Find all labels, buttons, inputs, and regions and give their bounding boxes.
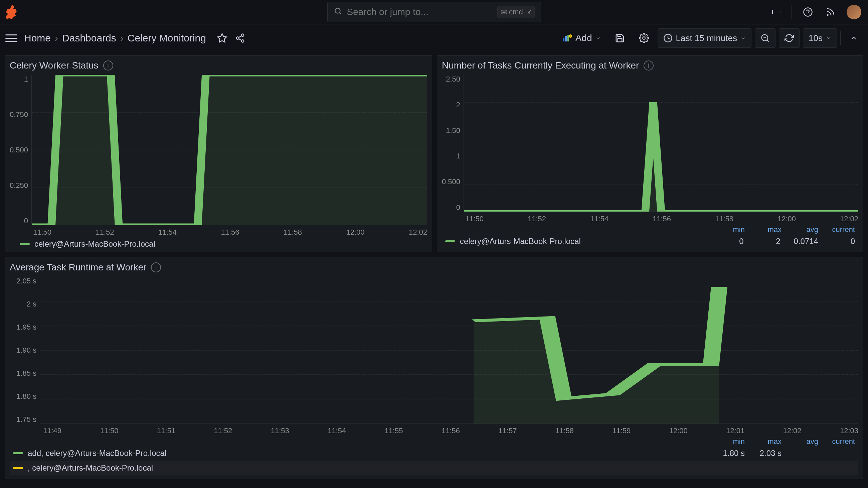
svg-point-1 <box>335 8 340 13</box>
zoom-out-icon <box>761 33 770 43</box>
legend-label: celery@Arturs-MacBook-Pro.local <box>460 237 716 246</box>
svg-line-19 <box>239 36 242 37</box>
keyboard-icon <box>501 10 507 15</box>
search-shortcut-badge: cmd+k <box>497 6 534 18</box>
svg-rect-7 <box>505 11 506 12</box>
settings-button[interactable] <box>633 28 654 48</box>
svg-point-13 <box>827 15 828 16</box>
legend: celery@Arturs-MacBook-Pro.local <box>10 239 427 249</box>
info-icon[interactable]: i <box>644 60 654 70</box>
svg-rect-21 <box>565 36 567 41</box>
search-icon <box>334 7 342 18</box>
refresh-interval-label: 10s <box>809 33 823 44</box>
x-axis: 11:50 11:52 11:54 11:56 11:58 12:00 12:0… <box>465 212 858 223</box>
panel-worker-status[interactable]: Celery Worker Status i 1 0.750 0.500 0.2… <box>5 55 432 252</box>
divider <box>840 31 841 45</box>
svg-line-18 <box>239 39 242 40</box>
zoom-out-button[interactable] <box>755 28 775 48</box>
y-axis: 2.05 s 2 s 1.95 s 1.90 s 1.85 s 1.80 s 1… <box>10 277 40 424</box>
panel-tasks-executing[interactable]: Number of Tasks Currently Executing at W… <box>437 55 863 252</box>
panel-avg-runtime[interactable]: Average Task Runtime at Worker i 2.05 s … <box>5 257 863 479</box>
collapse-button[interactable] <box>844 28 863 48</box>
top-bar: cmd+k <box>0 0 868 24</box>
svg-point-17 <box>242 40 244 42</box>
refresh-button[interactable] <box>779 28 800 48</box>
breadcrumb-home[interactable]: Home <box>24 32 51 44</box>
chart-plot <box>40 277 858 424</box>
chart-plot <box>31 75 427 225</box>
chevron-right-icon: › <box>55 32 58 44</box>
legend-swatch <box>13 452 23 454</box>
svg-point-15 <box>242 34 244 37</box>
y-axis: 1 0.750 0.500 0.250 0 <box>10 75 31 225</box>
help-icon <box>803 7 813 17</box>
chevron-down-icon <box>778 10 782 15</box>
chevron-down-icon <box>826 35 831 41</box>
chevron-right-icon: › <box>120 32 124 44</box>
global-search[interactable]: cmd+k <box>327 2 541 22</box>
dashboard-toolbar: Home › Dashboards › Celery Monitoring + … <box>0 24 868 52</box>
panel-title: Number of Tasks Currently Executing at W… <box>442 60 639 71</box>
legend-row[interactable]: , celery@Arturs-MacBook-Pro.local <box>10 461 858 475</box>
share-button[interactable] <box>234 31 247 45</box>
legend-stats-header: min max avg current <box>442 225 858 234</box>
share-icon <box>235 33 245 43</box>
create-button[interactable] <box>769 5 782 19</box>
star-icon <box>217 33 227 44</box>
legend-row[interactable]: add, celery@Arturs-MacBook-Pro.local 1.8… <box>10 446 858 461</box>
svg-text:+: + <box>569 34 571 38</box>
search-input[interactable] <box>347 7 493 18</box>
divider <box>792 5 792 19</box>
legend-swatch <box>20 243 30 245</box>
svg-line-28 <box>767 40 769 41</box>
legend-label: , celery@Arturs-MacBook-Pro.local <box>28 463 717 472</box>
legend-label: add, celery@Arturs-MacBook-Pro.local <box>28 449 717 458</box>
svg-point-25 <box>643 37 645 39</box>
info-icon[interactable]: i <box>151 262 161 272</box>
chart-plot <box>464 75 858 212</box>
bar-chart-icon: + <box>562 34 572 42</box>
time-range-button[interactable]: Last 15 minutes <box>658 28 752 48</box>
svg-rect-5 <box>503 11 504 12</box>
breadcrumb-current: Celery Monitoring <box>128 32 206 44</box>
svg-rect-3 <box>501 10 507 14</box>
rss-icon <box>826 7 836 17</box>
help-button[interactable] <box>801 5 814 19</box>
svg-rect-8 <box>503 12 506 13</box>
add-panel-button[interactable]: + Add <box>557 28 606 48</box>
plus-icon <box>769 8 776 17</box>
info-icon[interactable]: i <box>103 60 113 70</box>
legend-label[interactable]: celery@Arturs-MacBook-Pro.local <box>34 239 155 249</box>
add-label: Add <box>576 33 592 44</box>
panel-title: Celery Worker Status <box>10 60 98 71</box>
star-button[interactable] <box>215 31 229 45</box>
chevron-up-icon <box>849 34 858 42</box>
legend-swatch <box>445 240 455 242</box>
legend-swatch <box>13 467 23 469</box>
legend-stats-header: min max avg current <box>10 437 858 446</box>
save-icon <box>615 33 625 43</box>
x-axis: 11:49 11:50 11:51 11:52 11:53 11:54 11:5… <box>43 424 858 435</box>
menu-toggle-button[interactable] <box>3 30 19 46</box>
user-avatar[interactable] <box>847 5 861 19</box>
shortcut-text: cmd+k <box>509 8 531 17</box>
chevron-down-icon <box>740 35 746 41</box>
svg-line-2 <box>340 13 341 15</box>
refresh-interval-button[interactable]: 10s <box>803 28 837 48</box>
dashboard-panels: Celery Worker Status i 1 0.750 0.500 0.2… <box>0 52 868 482</box>
save-button[interactable] <box>610 28 630 48</box>
time-range-label: Last 15 minutes <box>676 33 737 44</box>
refresh-icon <box>784 33 794 43</box>
x-axis: 11:50 11:52 11:54 11:56 11:58 12:00 12:0… <box>33 225 427 237</box>
chevron-down-icon <box>595 35 601 41</box>
gear-icon <box>639 33 649 43</box>
news-button[interactable] <box>824 5 837 19</box>
clock-icon <box>663 33 673 43</box>
panel-title: Average Task Runtime at Worker <box>10 262 146 273</box>
grafana-logo-icon[interactable] <box>4 4 20 20</box>
breadcrumb: Home › Dashboards › Celery Monitoring <box>24 32 206 44</box>
svg-marker-14 <box>218 34 227 42</box>
legend-row[interactable]: celery@Arturs-MacBook-Pro.local 0 2 0.07… <box>442 234 858 249</box>
svg-rect-20 <box>563 38 564 41</box>
breadcrumb-dashboards[interactable]: Dashboards <box>62 32 116 44</box>
